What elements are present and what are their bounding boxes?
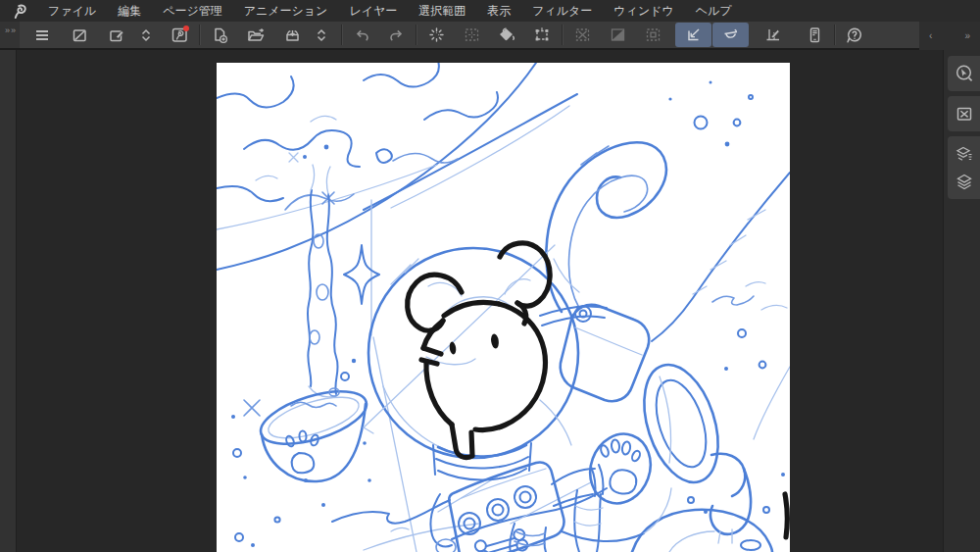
menu-file[interactable]: ファイル [37, 0, 107, 22]
toolbar-divider [416, 25, 416, 45]
main-menu-button[interactable] [27, 23, 57, 47]
quick-access-edit-button[interactable] [102, 23, 131, 47]
snap-grid-icon [763, 25, 783, 44]
menu-window[interactable]: ウィンドウ [603, 0, 684, 22]
connect-smartphone-button[interactable] [800, 23, 829, 47]
menu-page[interactable]: ページ管理 [152, 0, 233, 22]
collapsed-right-panel-strip [943, 50, 980, 552]
open-folder-icon [246, 26, 266, 44]
open-file-button[interactable] [241, 23, 270, 47]
layer-property-icon[interactable] [955, 144, 974, 164]
food-bowl-sketch [244, 359, 373, 481]
help-button[interactable] [840, 23, 869, 47]
chevron-updown-icon [314, 26, 329, 44]
palette-expand-toggle-button[interactable] [131, 23, 161, 47]
redo-button[interactable] [381, 23, 411, 47]
deselect-button[interactable] [567, 23, 597, 47]
transform-frame-icon [532, 25, 552, 44]
menu-items: ファイル 編集 ページ管理 アニメーション レイヤー 選択範囲 表示 フィルター… [37, 0, 743, 22]
help-bubble-icon [845, 25, 864, 45]
snap-to-grid-button[interactable] [759, 23, 788, 47]
menu-view[interactable]: 表示 [476, 0, 521, 22]
navigator-palette-button[interactable] [948, 56, 980, 91]
drawing-canvas[interactable] [217, 63, 790, 552]
navigator-magnifier-icon [955, 64, 974, 83]
toolbar-divider [341, 25, 342, 45]
marquee-inner-icon [644, 25, 662, 44]
inked-dog-head [408, 243, 551, 458]
clip-studio-paint-window: ファイル 編集 ページ管理 アニメーション レイヤー 選択範囲 表示 フィルター… [0, 0, 980, 552]
invert-square-icon [609, 25, 627, 44]
menu-bar: ファイル 編集 ページ管理 アニメーション レイヤー 選択範囲 表示 フィルター… [0, 0, 980, 22]
redo-arrow-icon [387, 26, 406, 44]
marquee-x-icon [573, 25, 592, 44]
toolbar-divider [199, 25, 200, 45]
snap-to-ruler-button[interactable] [675, 23, 711, 47]
pen-square-icon [108, 26, 125, 44]
left-panel-overflow-chevrons[interactable]: »» [0, 22, 20, 48]
planet-sketch [217, 63, 577, 270]
menu-selection[interactable]: 選択範囲 [408, 0, 476, 22]
menu-help[interactable]: ヘルプ [685, 0, 743, 22]
layers-stack-icon[interactable] [955, 172, 974, 191]
invert-selection-button[interactable] [603, 23, 632, 47]
clear-outside-selection-button[interactable] [457, 23, 486, 47]
save-tray-icon [283, 26, 302, 44]
collapsed-left-panel-strip[interactable] [0, 50, 17, 552]
canvas-workspace[interactable] [17, 50, 943, 552]
toolbar-divider [562, 25, 563, 45]
stray-ink-mark [785, 494, 787, 537]
fill-button[interactable] [492, 23, 521, 47]
food-stream-sketch [303, 145, 338, 397]
new-document-icon [211, 25, 229, 44]
scale-rotate-button[interactable] [527, 23, 557, 47]
menu-edit[interactable]: 編集 [107, 0, 152, 22]
paint-bucket-icon [497, 25, 516, 44]
selection-area-button[interactable] [638, 23, 667, 47]
menu-filter[interactable]: フィルター [521, 0, 603, 22]
marquee-burst-icon [463, 25, 481, 44]
burst-icon [427, 25, 446, 44]
open-clip-studio-button[interactable] [165, 23, 194, 47]
command-bar: »» [0, 22, 980, 50]
notification-badge [183, 25, 189, 31]
hamburger-icon [33, 26, 51, 44]
save-options-toggle-button[interactable] [307, 23, 336, 47]
clear-button[interactable] [421, 23, 451, 47]
space-suit-sketch [364, 245, 751, 552]
toggle-palette-visibility-button[interactable] [65, 23, 94, 47]
toolbar-divider [834, 25, 835, 45]
undo-arrow-icon [353, 26, 371, 44]
menu-layer[interactable]: レイヤー [338, 0, 408, 22]
undo-button[interactable] [347, 23, 376, 47]
main-area [0, 50, 980, 552]
save-file-button[interactable] [277, 23, 307, 47]
clip-studio-swirl-icon [11, 3, 27, 20]
collapse-chevron[interactable]: ‹ [929, 30, 932, 41]
new-file-button[interactable] [205, 23, 234, 47]
smartphone-icon [806, 25, 824, 45]
app-menu-button[interactable] [0, 3, 37, 20]
chevron-updown-icon [138, 26, 154, 44]
tail-sketch [546, 142, 665, 312]
menu-animation[interactable]: アニメーション [233, 0, 339, 22]
material-box-icon [955, 104, 974, 124]
expand-chevron[interactable]: » [964, 30, 970, 41]
sketch-artwork [217, 63, 790, 552]
snap-special-ruler-icon [721, 25, 741, 44]
snap-to-special-ruler-button[interactable] [712, 23, 749, 47]
right-panel-collapse-controls[interactable]: ‹ » [919, 22, 980, 50]
material-palette-button[interactable] [948, 96, 980, 131]
square-slash-icon [71, 26, 88, 44]
snap-ruler-icon [684, 25, 704, 44]
layer-palettes-group [948, 136, 980, 199]
